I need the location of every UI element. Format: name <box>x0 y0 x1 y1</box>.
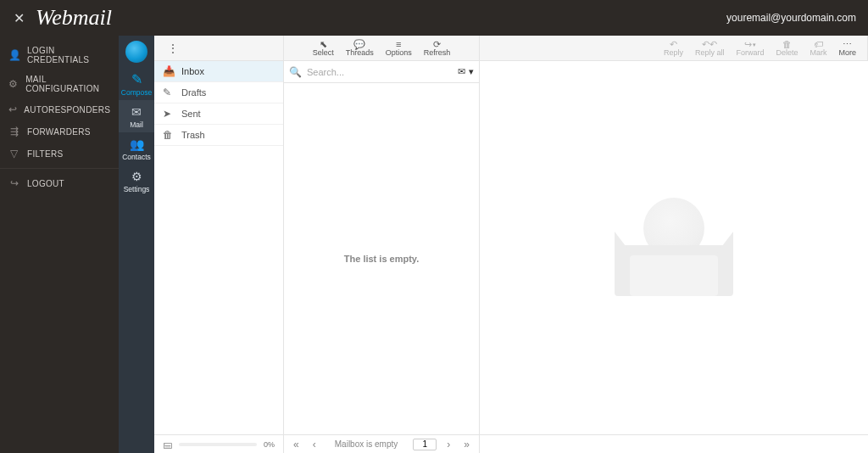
nav-compose[interactable]: ✎ Compose <box>119 68 154 100</box>
sidebar-item-label: FILTERS <box>27 149 63 159</box>
search-input[interactable] <box>307 67 453 77</box>
toolbar-more[interactable]: ⋯ More <box>832 36 862 60</box>
cpanel-sidebar: 👤 LOGIN CREDENTIALS ⚙ MAIL CONFIGURATION… <box>0 36 119 453</box>
nav-mail[interactable]: ✉ Mail <box>119 100 154 132</box>
close-icon[interactable]: ✕ <box>7 6 31 30</box>
folder-inbox[interactable]: 📥 Inbox <box>154 61 283 82</box>
toolbar-label: Select <box>313 49 334 57</box>
nav-label: Settings <box>124 185 150 193</box>
toolbar-label: Mark <box>810 49 826 57</box>
toolbar-mark[interactable]: 🏷 Mark <box>804 36 832 60</box>
toolbar-label: Threads <box>346 49 374 57</box>
chevron-down-icon[interactable]: ▾ <box>469 66 474 77</box>
toolbar-select[interactable]: ⬉ Select <box>307 36 340 60</box>
toolbar-label: Options <box>386 49 412 57</box>
nav-contacts[interactable]: 👥 Contacts <box>119 132 154 165</box>
page-last[interactable]: » <box>460 439 473 450</box>
app-sidebar: ✎ Compose ✉ Mail 👥 Contacts ⚙ Settings <box>119 36 154 453</box>
search-icon: 🔍 <box>289 66 302 78</box>
sidebar-item-label: MAIL CONFIGURATION <box>25 75 110 93</box>
page-input[interactable] <box>413 439 437 450</box>
user-icon: 👤 <box>8 49 20 61</box>
nav-settings[interactable]: ⚙ Settings <box>119 165 154 197</box>
mail-toolbar: ⋮ ⬉ Select 💬 Threads ≡ Options <box>154 36 868 61</box>
page-first[interactable]: « <box>290 439 303 450</box>
message-list-column: 🔍 ✉ ▾ The list is empty. <box>284 61 480 434</box>
list-empty-text: The list is empty. <box>284 83 479 434</box>
toolbar-options[interactable]: ≡ Options <box>380 36 418 60</box>
toolbar-label: Reply <box>664 49 683 57</box>
toolbar-refresh[interactable]: ⟳ Refresh <box>418 36 457 60</box>
sidebar-item-mail-configuration[interactable]: ⚙ MAIL CONFIGURATION <box>0 70 119 98</box>
toolbar-label: Delete <box>776 49 798 57</box>
avatar[interactable] <box>125 41 147 63</box>
folder-trash[interactable]: 🗑 Trash <box>154 125 283 146</box>
inbox-icon: 📥 <box>163 65 175 77</box>
page-next[interactable]: › <box>443 439 453 450</box>
quota-percent: 0% <box>264 440 275 449</box>
empty-inbox-illustration <box>615 193 733 303</box>
compose-icon: ✎ <box>131 73 142 87</box>
folder-drafts[interactable]: ✎ Drafts <box>154 82 283 103</box>
contacts-icon: 👥 <box>130 137 144 151</box>
user-email[interactable]: youremail@yourdomain.com <box>726 12 861 24</box>
nav-label: Contacts <box>122 153 151 161</box>
envelope-icon[interactable]: ✉ <box>458 66 465 77</box>
app-brand: Webmail <box>36 5 112 31</box>
nav-label: Compose <box>121 88 152 97</box>
sidebar-item-logout[interactable]: ↪ LOGOUT <box>0 172 119 194</box>
folder-label: Trash <box>181 130 205 140</box>
toolbar-label: Forward <box>736 49 764 57</box>
toolbar-delete[interactable]: 🗑 Delete <box>770 36 804 60</box>
disk-icon: 🖴 <box>163 439 172 450</box>
sidebar-item-label: LOGIN CREDENTIALS <box>27 46 110 64</box>
folder-label: Sent <box>181 109 201 119</box>
forward-icon: ⇶ <box>8 126 20 137</box>
pager-text: Mailbox is empty <box>335 439 398 449</box>
toolbar-label: Refresh <box>424 49 451 57</box>
filter-icon: ▽ <box>8 148 20 159</box>
drafts-icon: ✎ <box>163 87 175 98</box>
page-prev[interactable]: ‹ <box>309 439 320 450</box>
divider <box>0 168 119 169</box>
sent-icon: ➤ <box>163 108 175 120</box>
logout-icon: ↪ <box>8 177 20 189</box>
folder-label: Drafts <box>181 87 206 98</box>
folder-menu-button[interactable]: ⋮ <box>154 42 175 55</box>
toolbar-forward[interactable]: ↪▾ Forward <box>730 36 770 60</box>
nav-label: Mail <box>130 120 143 129</box>
gear-icon: ⚙ <box>131 170 142 183</box>
gear-icon: ⚙ <box>8 78 19 90</box>
toolbar-label: More <box>838 49 856 57</box>
folder-label: Inbox <box>181 66 204 76</box>
toolbar-reply[interactable]: ↶ Reply <box>658 36 689 60</box>
sidebar-item-autoresponders[interactable]: ↩ AUTORESPONDERS <box>0 98 119 120</box>
folder-sent[interactable]: ➤ Sent <box>154 103 283 125</box>
mail-icon: ✉ <box>131 105 142 119</box>
reply-icon: ↩ <box>8 103 17 115</box>
sidebar-item-label: LOGOUT <box>27 179 64 188</box>
sidebar-item-forwarders[interactable]: ⇶ FORWARDERS <box>0 120 119 143</box>
toolbar-label: Reply all <box>695 49 725 57</box>
sidebar-item-label: FORWARDERS <box>27 127 91 137</box>
message-preview <box>480 61 868 434</box>
sidebar-item-login-credentials[interactable]: 👤 LOGIN CREDENTIALS <box>0 41 119 70</box>
status-bar: 🖴 0% « ‹ Mailbox is empty › » <box>154 434 868 453</box>
toolbar-threads[interactable]: 💬 Threads <box>340 36 380 60</box>
trash-icon: 🗑 <box>163 129 175 141</box>
sidebar-item-filters[interactable]: ▽ FILTERS <box>0 143 119 165</box>
quota-bar <box>179 443 257 446</box>
toolbar-reply-all[interactable]: ↶↶ Reply all <box>689 36 731 60</box>
sidebar-item-label: AUTORESPONDERS <box>24 105 110 115</box>
folder-list: 📥 Inbox ✎ Drafts ➤ Sent 🗑 Trash <box>154 61 284 434</box>
